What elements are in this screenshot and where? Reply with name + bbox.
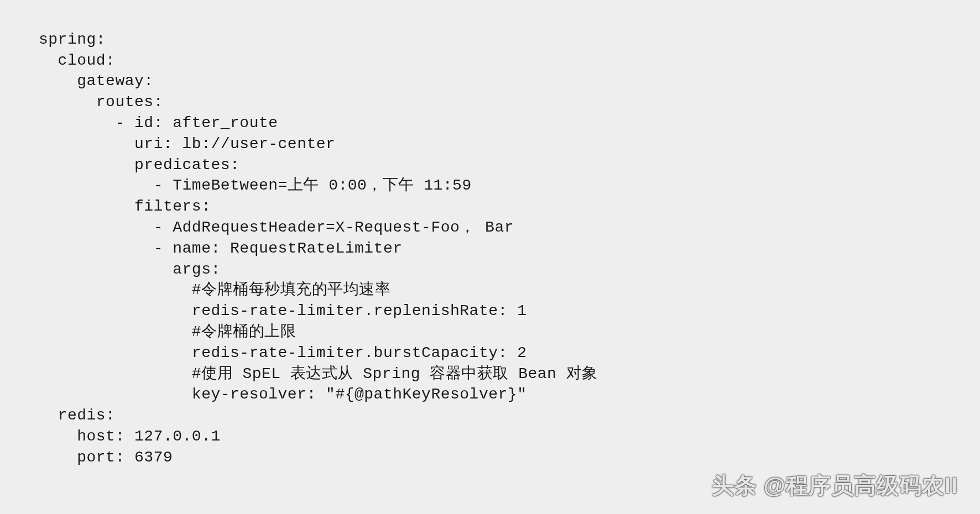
code-line: uri: lb://user-center — [39, 135, 335, 153]
code-line: predicates: — [39, 156, 239, 174]
code-line: args: — [39, 261, 221, 278]
watermark-text: 头条 @程序员高级码农II — [712, 470, 958, 500]
code-line: routes: — [39, 93, 163, 111]
code-line: #使用 SpEL 表达式从 Spring 容器中获取 Bean 对象 — [39, 365, 598, 382]
code-line: - name: RequestRateLimiter — [39, 240, 403, 257]
code-line: cloud: — [39, 52, 115, 69]
code-line: redis-rate-limiter.burstCapacity: 2 — [39, 344, 527, 361]
code-line: - AddRequestHeader=X-Request-Foo， Bar — [39, 219, 514, 236]
code-line: spring: — [39, 31, 106, 48]
code-line: key-resolver: "#{@pathKeyResolver}" — [39, 386, 527, 403]
code-line: port: 6379 — [39, 449, 173, 466]
code-line: host: 127.0.0.1 — [39, 428, 221, 445]
code-line: gateway: — [39, 72, 154, 90]
code-line: #令牌桶每秒填充的平均速率 — [39, 281, 390, 298]
code-line: redis-rate-limiter.replenishRate: 1 — [39, 302, 527, 319]
code-line: - TimeBetween=上午 0:00，下午 11:59 — [39, 177, 472, 194]
code-line: redis: — [39, 407, 115, 424]
yaml-code-block: spring: cloud: gateway: routes: - id: af… — [39, 8, 980, 468]
code-line: - id: after_route — [39, 114, 278, 132]
code-line: filters: — [39, 198, 211, 215]
code-line: #令牌桶的上限 — [39, 323, 296, 340]
